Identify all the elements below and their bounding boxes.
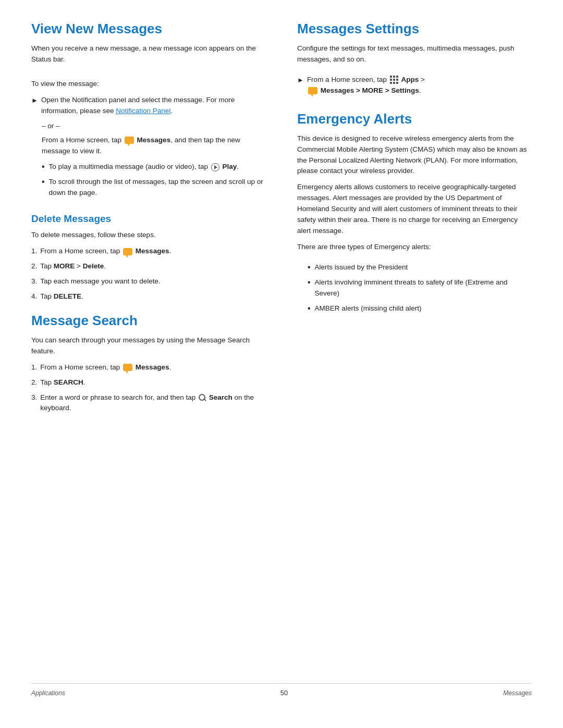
play-icon — [211, 163, 219, 171]
messages-settings-section: Messages Settings Configure the settings… — [297, 21, 532, 96]
page-footer: Applications 50 Messages — [31, 683, 532, 697]
footer-page-number: 50 — [280, 689, 288, 697]
view-new-messages-intro: When you receive a new message, a new me… — [31, 43, 266, 65]
emergency-alerts-title: Emergency Alerts — [297, 111, 532, 127]
notification-panel-link[interactable]: Notification Panel — [116, 107, 170, 115]
search-steps-list: 1. From a Home screen, tap Messages. 2. … — [31, 362, 266, 414]
ea-bullet-2: • Alerts involving imminent threats to s… — [308, 277, 532, 299]
bullet-dot-2: • — [42, 177, 45, 188]
bullet-play-multimedia: • To play a multimedia message (audio or… — [42, 162, 266, 172]
columns: View New Messages When you receive a new… — [31, 21, 532, 668]
arrow-icon-2: ► — [297, 75, 304, 85]
ea-bullet-dot-1: • — [308, 262, 311, 273]
ea-bullet-dot-3: • — [308, 303, 311, 314]
search-step-2: 2. Tap SEARCH. — [31, 377, 266, 388]
from-home-tap-messages: From a Home screen, tap Messages, and th… — [42, 135, 266, 157]
messages-settings-title: Messages Settings — [297, 21, 532, 37]
arrow-icon: ► — [31, 95, 38, 106]
delete-messages-section: Delete Messages To delete messages, foll… — [31, 213, 266, 302]
message-search-intro: You can search through your messages by … — [31, 335, 266, 357]
view-new-messages-section: View New Messages When you receive a new… — [31, 21, 266, 199]
delete-step-1: 1. From a Home screen, tap Messages. — [31, 246, 266, 257]
or-divider: – or – — [42, 122, 266, 130]
page-container: View New Messages When you receive a new… — [0, 0, 563, 728]
delete-step-3-text: Tap each message you want to delete. — [40, 276, 160, 287]
delete-messages-title: Delete Messages — [31, 213, 266, 225]
search-icon-inline — [199, 394, 206, 401]
apps-grid-icon — [390, 76, 398, 84]
view-new-messages-title: View New Messages — [31, 21, 266, 37]
footer-right: Messages — [503, 689, 532, 697]
delete-step-1-text: From a Home screen, tap Messages. — [40, 246, 171, 257]
emergency-alerts-para1: This device is designed to receive wirel… — [297, 133, 532, 177]
messages-icon-2 — [123, 248, 132, 255]
search-step-1-text: From a Home screen, tap Messages. — [40, 362, 171, 373]
bullet-scroll-text: To scroll through the list of messages, … — [49, 177, 266, 199]
message-search-title: Message Search — [31, 313, 266, 329]
search-step-2-text: Tap SEARCH. — [40, 377, 85, 388]
column-right: Messages Settings Configure the settings… — [297, 21, 532, 668]
search-step-3: 3. Enter a word or phrase to search for,… — [31, 392, 266, 414]
bullet-scroll: • To scroll through the list of messages… — [42, 177, 266, 199]
delete-steps-list: 1. From a Home screen, tap Messages. 2. … — [31, 246, 266, 302]
ea-bullet-3: • AMBER alerts (missing child alert) — [308, 303, 532, 314]
delete-step-2-text: Tap MORE > Delete. — [40, 261, 106, 272]
ea-bullet-dot-2: • — [308, 277, 311, 288]
messages-settings-steps: From a Home screen, tap App — [307, 75, 425, 96]
column-left: View New Messages When you receive a new… — [31, 21, 266, 668]
delete-messages-intro: To delete messages, follow these steps. — [31, 230, 266, 241]
delete-step-4: 4. Tap DELETE. — [31, 291, 266, 302]
emergency-alerts-section: Emergency Alerts This device is designed… — [297, 111, 532, 314]
emergency-alerts-para2: Emergency alerts allows customers to rec… — [297, 182, 532, 237]
search-step-3-text: Enter a word or phrase to search for, an… — [40, 392, 266, 414]
message-search-section: Message Search You can search through yo… — [31, 313, 266, 414]
messages-settings-arrow-item: ► From a Home screen, tap — [297, 75, 532, 96]
messages-icon — [125, 137, 134, 144]
delete-step-4-text: Tap DELETE. — [40, 291, 83, 302]
open-notification-text: Open the Notification panel and select t… — [41, 95, 266, 117]
open-notification-arrow-item: ► Open the Notification panel and select… — [31, 95, 266, 117]
ea-bullet-1: • Alerts issued by the President — [308, 262, 532, 273]
footer-left: Applications — [31, 689, 65, 697]
ea-bullet-2-text: Alerts involving imminent threats to saf… — [315, 277, 532, 299]
delete-step-2: 2. Tap MORE > Delete. — [31, 261, 266, 272]
ea-bullet-1-text: Alerts issued by the President — [315, 262, 408, 273]
messages-icon-settings — [308, 87, 317, 94]
to-view-label: To view the message: — [31, 79, 266, 90]
ea-bullet-3-text: AMBER alerts (missing child alert) — [315, 303, 422, 314]
emergency-alerts-para3: There are three types of Emergency alert… — [297, 242, 532, 253]
bullet-dot-1: • — [42, 162, 45, 172]
messages-icon-3 — [123, 364, 132, 371]
delete-step-3: 3. Tap each message you want to delete. — [31, 276, 266, 287]
bullet-play-text: To play a multimedia message (audio or v… — [49, 162, 239, 172]
messages-settings-intro: Configure the settings for text messages… — [297, 43, 532, 65]
search-step-1: 1. From a Home screen, tap Messages. — [31, 362, 266, 373]
